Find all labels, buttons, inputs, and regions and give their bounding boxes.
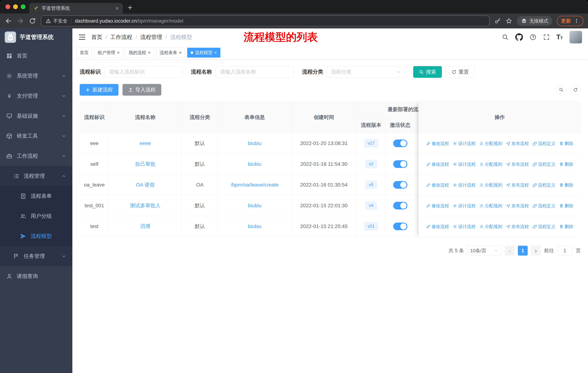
back-icon[interactable]	[5, 17, 12, 25]
browser-menu-icon[interactable]	[574, 18, 579, 24]
process-definition-link[interactable]: 流程定义	[533, 203, 556, 209]
forward-icon[interactable]	[17, 17, 24, 25]
active-toggle[interactable]	[393, 140, 407, 147]
breadcrumb-item[interactable]: 流程管理	[140, 33, 162, 41]
breadcrumb-item[interactable]: 首页	[91, 33, 102, 41]
delete-process-link[interactable]: 删除	[559, 141, 573, 146]
process-name-input[interactable]	[220, 69, 290, 75]
current-page-button[interactable]: 1	[518, 246, 528, 255]
sidebar-item-workflow[interactable]: 工作流程	[0, 146, 72, 166]
refresh-table-button[interactable]	[570, 84, 581, 95]
process-name-field[interactable]	[216, 66, 294, 78]
sidebar-item-leave-query[interactable]: 请假查询	[0, 266, 72, 286]
hide-search-button[interactable]	[556, 84, 567, 95]
tag-close-icon[interactable]: ×	[214, 50, 217, 55]
sidebar-item-system[interactable]: 系统管理	[0, 66, 72, 86]
delete-process-link[interactable]: 删除	[559, 161, 573, 167]
active-toggle[interactable]	[393, 202, 407, 210]
close-window-button[interactable]	[5, 4, 10, 9]
process-key-input[interactable]	[109, 69, 179, 75]
form-info-link[interactable]: biubiu	[248, 203, 262, 208]
sidebar-item-process-mgmt[interactable]: 流程管理	[0, 166, 72, 186]
prev-page-button[interactable]: ‹	[505, 246, 514, 255]
assign-rule-link[interactable]: 分配规则	[479, 203, 502, 209]
form-info-link[interactable]: biubiu	[248, 141, 262, 146]
design-process-link[interactable]: 设计流程	[453, 161, 476, 167]
delete-process-link[interactable]: 删除	[559, 224, 573, 230]
design-process-link[interactable]: 设计流程	[453, 182, 476, 188]
sidebar-item-user-group[interactable]: 用户分组	[0, 206, 72, 226]
edit-process-link[interactable]: 修改流程	[426, 224, 449, 230]
zoom-window-button[interactable]	[21, 4, 26, 9]
sidebar-item-task-mgmt[interactable]: 任务管理	[0, 246, 72, 266]
minimize-window-button[interactable]	[13, 4, 18, 9]
menu-fold-icon[interactable]	[78, 33, 86, 41]
edit-process-link[interactable]: 修改流程	[426, 203, 449, 209]
form-info-link[interactable]: /bpm/oa/leave/create	[231, 182, 279, 188]
edit-process-link[interactable]: 修改流程	[426, 182, 449, 188]
search-button[interactable]: 搜索	[413, 66, 442, 78]
assign-rule-link[interactable]: 分配规则	[479, 182, 502, 188]
active-toggle[interactable]	[393, 181, 407, 189]
reset-button[interactable]: 重置	[446, 66, 474, 78]
browser-tab[interactable]: 芋道管理系统 ×	[29, 3, 123, 13]
create-process-button[interactable]: 新建流程	[80, 84, 118, 96]
delete-process-link[interactable]: 删除	[559, 203, 573, 209]
tab-close-icon[interactable]: ×	[115, 5, 119, 11]
sidebar-item-process-form[interactable]: 流程表单	[0, 186, 72, 206]
assign-rule-link[interactable]: 分配规则	[479, 224, 502, 230]
process-definition-link[interactable]: 流程定义	[533, 141, 556, 146]
process-key-field[interactable]	[105, 66, 183, 78]
tag-close-icon[interactable]: ×	[179, 50, 181, 55]
publish-process-link[interactable]: 发布流程	[506, 141, 529, 146]
sidebar-item-process-model[interactable]: 流程模型	[0, 226, 72, 246]
update-button[interactable]: 更新	[557, 16, 583, 26]
sidebar-item-payment[interactable]: ¥ 支付管理	[0, 86, 72, 106]
page-size-select[interactable]: 10条/页	[467, 245, 501, 256]
edit-process-link[interactable]: 修改流程	[426, 141, 449, 146]
process-definition-link[interactable]: 流程定义	[533, 161, 556, 167]
tag-tenant[interactable]: 租户管理×	[94, 48, 123, 58]
sidebar-item-devtools[interactable]: 研发工具	[0, 126, 72, 146]
publish-process-link[interactable]: 发布流程	[506, 224, 529, 230]
font-size-icon[interactable]: TT	[556, 34, 563, 40]
search-icon[interactable]	[502, 34, 509, 40]
process-definition-link[interactable]: 流程定义	[533, 224, 556, 230]
active-toggle[interactable]	[393, 160, 407, 168]
design-process-link[interactable]: 设计流程	[453, 224, 476, 230]
active-toggle[interactable]	[393, 222, 407, 230]
help-icon[interactable]	[529, 34, 536, 40]
design-process-link[interactable]: 设计流程	[453, 203, 476, 209]
tag-close-icon[interactable]: ×	[117, 50, 120, 55]
sidebar-item-home[interactable]: 首页	[0, 46, 72, 66]
key-icon[interactable]	[494, 18, 501, 24]
tag-home[interactable]: 首页	[76, 48, 92, 58]
publish-process-link[interactable]: 发布流程	[506, 203, 529, 209]
process-name-link[interactable]: 滔博	[140, 223, 150, 229]
goto-page-input[interactable]	[557, 246, 573, 255]
assign-rule-link[interactable]: 分配规则	[479, 141, 502, 146]
fullscreen-icon[interactable]	[543, 34, 550, 40]
github-icon[interactable]	[515, 33, 523, 41]
reload-icon[interactable]	[29, 17, 36, 25]
next-page-button[interactable]: ›	[531, 246, 541, 255]
publish-process-link[interactable]: 发布流程	[506, 161, 529, 167]
assign-rule-link[interactable]: 分配规则	[479, 161, 502, 167]
delete-process-link[interactable]: 删除	[559, 182, 573, 188]
incognito-badge[interactable]: 无痕模式	[517, 16, 552, 26]
tag-close-icon[interactable]: ×	[148, 50, 151, 55]
bookmark-star-icon[interactable]	[506, 18, 512, 24]
user-avatar[interactable]	[569, 31, 582, 43]
form-info-link[interactable]: biubiu	[248, 223, 262, 229]
process-name-link[interactable]: eeee	[140, 141, 151, 146]
edit-process-link[interactable]: 修改流程	[426, 161, 449, 167]
tag-my-process[interactable]: 我的流程×	[125, 48, 154, 58]
publish-process-link[interactable]: 发布流程	[506, 182, 529, 188]
sidebar-item-infra[interactable]: 基础设施	[0, 106, 72, 126]
security-chip[interactable]: 不安全	[46, 18, 67, 24]
tag-process-form[interactable]: 流程表单×	[156, 48, 185, 58]
form-info-link[interactable]: biubiu	[248, 161, 262, 167]
process-definition-link[interactable]: 流程定义	[533, 182, 556, 188]
tag-process-model[interactable]: 流程模型×	[187, 48, 220, 58]
process-name-link[interactable]: 测试多审批人	[130, 203, 161, 208]
